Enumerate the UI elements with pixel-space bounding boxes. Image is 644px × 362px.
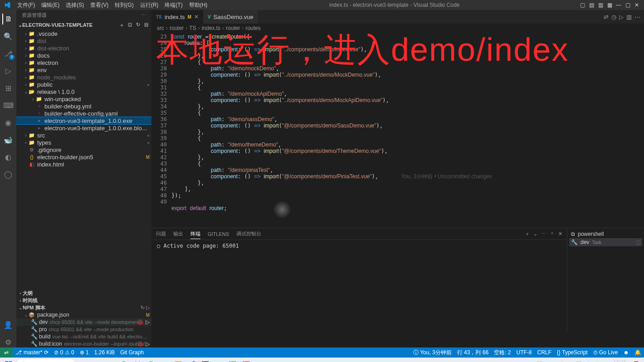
menu-item[interactable]: 选择(S) bbox=[63, 0, 87, 10]
breadcrumb[interactable]: src›router›TS›index.ts›router›routes bbox=[151, 24, 644, 33]
code-editor[interactable]: 23 24 25 26 27 28 29 30 31 32 33 34 35 3… bbox=[151, 33, 644, 228]
taskbar-search[interactable]: 🔍 bbox=[16, 359, 75, 362]
tree-item[interactable]: ⚬builder-effective-config.yaml bbox=[16, 110, 151, 117]
menu-item[interactable]: 转到(G) bbox=[112, 0, 136, 10]
gitgraph-status[interactable]: Git Graph bbox=[117, 347, 146, 357]
size-status[interactable]: 1.26 KiB bbox=[92, 347, 117, 357]
tree-item[interactable]: ›📁docs bbox=[16, 52, 151, 59]
panel-tab[interactable]: 输出 bbox=[173, 229, 183, 239]
breadcrumb-item[interactable]: routes bbox=[245, 25, 260, 31]
npm-script[interactable]: 🔧build:iconelectron-icon-builder --input… bbox=[16, 340, 151, 347]
npm-script[interactable]: 🔧buildvue-tsc --noEmit && vite build && … bbox=[16, 333, 151, 340]
remote-icon[interactable]: ⌨ bbox=[3, 100, 14, 111]
language-status[interactable]: {} TypeScript bbox=[554, 347, 590, 357]
new-folder-icon[interactable]: ⊡ bbox=[126, 22, 133, 29]
run-icon[interactable]: ▷ bbox=[619, 14, 624, 20]
taskbar-app[interactable]: 📁 bbox=[90, 359, 102, 362]
taskbar-app[interactable]: 🟥 bbox=[239, 359, 252, 362]
taskbar-app[interactable]: T bbox=[158, 359, 171, 362]
panel-tab[interactable]: GITLENS bbox=[208, 230, 229, 238]
tree-item[interactable]: ›📁electron bbox=[16, 59, 151, 66]
timeline-section[interactable]: › 时间线 bbox=[16, 297, 151, 304]
layout-icon[interactable]: ▥ bbox=[597, 2, 604, 8]
tree-item[interactable]: ›📁win-unpacked bbox=[16, 95, 151, 103]
npm-script[interactable]: 🔧prochcp 65001 && vite --mode production bbox=[16, 326, 151, 333]
tree-item[interactable]: ⌄📂release \ 1.0.0 bbox=[16, 88, 151, 95]
encoding-status[interactable]: UTF-8 bbox=[513, 347, 534, 357]
layout-icon[interactable]: ▦ bbox=[606, 2, 613, 8]
compare-icon[interactable]: ⇄ bbox=[604, 14, 609, 20]
dropdown-icon[interactable]: ⌄ bbox=[533, 230, 537, 238]
notifications-icon[interactable]: 💬 bbox=[629, 359, 642, 362]
tree-item[interactable]: ›📁dist-electron bbox=[16, 44, 151, 52]
npm-package[interactable]: ⌄ 📦 package.json M bbox=[16, 311, 151, 318]
tree-item[interactable]: ›📁types● bbox=[16, 139, 151, 146]
panel-tab[interactable]: 调试控制台 bbox=[236, 229, 261, 239]
editor-tab[interactable]: VSassDemo.vue bbox=[203, 10, 258, 24]
collapse-icon[interactable]: ⊟ bbox=[142, 22, 150, 29]
outline-section[interactable]: › 大纲 bbox=[16, 289, 151, 297]
more-icon[interactable]: ⋯ bbox=[634, 14, 640, 20]
debug-icon[interactable]: ▷ bbox=[3, 65, 14, 76]
spaces-status[interactable]: 空格: 2 bbox=[491, 347, 513, 357]
tree-item[interactable]: ›📁dist bbox=[16, 37, 151, 44]
run-icon[interactable]: ▷ bbox=[144, 319, 151, 325]
close-icon[interactable]: ✕ bbox=[558, 230, 562, 238]
feedback-icon[interactable]: ☻ bbox=[620, 347, 632, 357]
tree-item[interactable]: ⚬builder-debug.yml bbox=[16, 103, 151, 110]
tree-item[interactable]: ›📁src● bbox=[16, 132, 151, 139]
project-header[interactable]: ⌄ ELECTRON-VUE3-TEMPLATE ＋ ⊡ ↻ ⊟ bbox=[16, 20, 151, 30]
tree-item[interactable]: ⚙.gitignore bbox=[16, 146, 151, 153]
debug-icon[interactable]: 🐞 bbox=[137, 319, 143, 325]
taskbar-app[interactable]: 🛡 bbox=[103, 359, 116, 362]
remote-indicator[interactable]: ⇌ bbox=[0, 347, 13, 357]
settings-icon[interactable]: ⚙ bbox=[3, 337, 14, 347]
gitlens-icon[interactable]: ◉ bbox=[3, 117, 14, 128]
problems-status[interactable]: ⊘ 0 ⚠ 0 bbox=[51, 347, 77, 357]
new-terminal-icon[interactable]: ＋ bbox=[525, 230, 530, 238]
start-button[interactable] bbox=[2, 359, 15, 362]
cursor-status[interactable]: 行 43，列 66 bbox=[454, 347, 491, 357]
search-icon[interactable]: 🔍 bbox=[3, 31, 14, 42]
taskbar-app[interactable]: 🟢 bbox=[144, 359, 157, 362]
bell-icon[interactable]: 🔔 bbox=[632, 347, 644, 357]
breadcrumb-item[interactable]: TS bbox=[189, 25, 196, 31]
live-icon[interactable]: ◐ bbox=[3, 152, 14, 162]
more-icon[interactable]: ⋯ bbox=[141, 12, 146, 18]
breadcrumb-item[interactable]: router bbox=[170, 25, 184, 31]
minimize-button[interactable]: — bbox=[615, 2, 622, 8]
menu-item[interactable]: 查看(V) bbox=[88, 0, 111, 10]
taskbar-app[interactable]: 🟧 bbox=[171, 359, 184, 362]
explorer-icon[interactable]: 🗎 bbox=[2, 14, 13, 24]
extensions-icon[interactable]: ⊞ bbox=[3, 83, 14, 93]
editor-tab[interactable]: TSindex.tsM✕ bbox=[151, 10, 203, 24]
history-icon[interactable]: ◷ bbox=[611, 14, 616, 20]
tree-item[interactable]: ›📁.vscode bbox=[16, 30, 151, 37]
layout-icon[interactable]: ▢ bbox=[579, 2, 586, 8]
taskbar-app[interactable]: 📂 bbox=[212, 359, 225, 362]
panel-tab[interactable]: 问题 bbox=[156, 229, 166, 239]
terminal-item[interactable]: ⧉powershell bbox=[569, 230, 642, 238]
npm-section[interactable]: ⌄ NPM 脚本 ↻ ▷ bbox=[16, 304, 151, 311]
split-icon[interactable]: ▥ bbox=[626, 14, 632, 20]
tree-item[interactable]: ◧index.html bbox=[16, 161, 151, 168]
npm-script[interactable]: 🔧devchcp 65001 && vite --mode developmen… bbox=[16, 318, 151, 326]
menu-item[interactable]: 运行(R) bbox=[137, 0, 161, 10]
github-icon[interactable]: ◯ bbox=[3, 169, 14, 180]
tree-item[interactable]: ›📁public● bbox=[16, 81, 151, 88]
taskbar-app[interactable]: 🗔 bbox=[76, 359, 89, 362]
tree-item[interactable]: ›📁env bbox=[16, 66, 151, 73]
docker-icon[interactable]: 🐋 bbox=[3, 134, 14, 145]
code-content[interactable]: const router = createRouter({ routes: [ … bbox=[171, 33, 644, 228]
menu-item[interactable]: 终端(T) bbox=[162, 0, 185, 10]
close-icon[interactable]: ✕ bbox=[194, 14, 199, 20]
layout-icon[interactable]: ▤ bbox=[588, 2, 595, 8]
tree-item[interactable]: ▫electron-vue3-template_1.0.0.exe bbox=[16, 117, 151, 124]
taskbar-vscode[interactable] bbox=[185, 359, 198, 362]
maximize-button[interactable]: ▢ bbox=[624, 2, 631, 8]
menu-item[interactable]: 帮助(H) bbox=[186, 0, 210, 10]
account-icon[interactable]: 👤 bbox=[3, 319, 14, 330]
run-icon[interactable]: ▷ bbox=[146, 305, 150, 310]
golive-status[interactable]: ⊙ Go Live bbox=[590, 347, 621, 357]
refresh-icon[interactable]: ↻ bbox=[134, 22, 141, 29]
